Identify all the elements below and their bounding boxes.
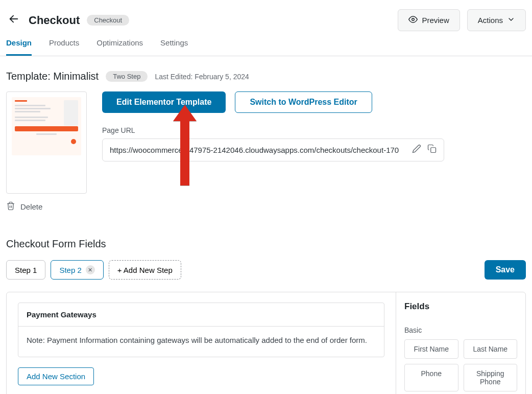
field-chip-first-name[interactable]: First Name [404, 339, 458, 359]
field-chip-last-name[interactable]: Last Name [464, 339, 518, 359]
svg-rect-4 [431, 148, 436, 153]
page-url-input[interactable] [110, 146, 406, 154]
remove-step-icon[interactable]: ✕ [86, 265, 95, 274]
save-button[interactable]: Save [485, 260, 526, 280]
actions-button[interactable]: Actions [467, 9, 526, 31]
fields-panel-title: Fields [404, 302, 517, 312]
tab-design[interactable]: Design [6, 38, 32, 56]
tab-products[interactable]: Products [49, 38, 79, 56]
tab-settings[interactable]: Settings [160, 38, 188, 56]
template-type-badge: Two Step [106, 71, 148, 82]
preview-button[interactable]: Preview [398, 9, 460, 31]
field-chip-shipping-phone[interactable]: Shipping Phone [464, 364, 518, 391]
chevron-down-icon [507, 15, 515, 25]
step-2-button[interactable]: Step 2 ✕ [51, 260, 103, 280]
actions-label: Actions [478, 16, 503, 25]
tabs-nav: Design Products Optimizations Settings [0, 38, 532, 56]
edit-url-button[interactable] [412, 144, 421, 156]
back-arrow-icon[interactable] [6, 13, 21, 28]
template-thumbnail[interactable] [6, 91, 87, 194]
svg-point-1 [412, 18, 415, 21]
delete-template-button[interactable]: Delete [6, 201, 87, 213]
edit-template-button[interactable]: Edit Elementor Template [102, 91, 226, 113]
copy-url-button[interactable] [427, 144, 437, 156]
page-url-label: Page URL [102, 126, 444, 134]
preview-label: Preview [422, 16, 449, 25]
eye-icon [408, 15, 418, 26]
last-edited: Last Edited: February 5, 2024 [155, 73, 249, 81]
switch-editor-button[interactable]: Switch to WordPress Editor [235, 91, 372, 113]
delete-label: Delete [20, 202, 42, 211]
template-title: Template: Minimalist [6, 71, 99, 82]
form-fields-section-title: Checkout Form Fields [6, 238, 526, 250]
fields-group-basic: Basic [404, 326, 517, 334]
page-type-badge: Checkout [87, 15, 129, 26]
add-step-button[interactable]: + Add New Step [109, 260, 181, 280]
tab-optimizations[interactable]: Optimizations [96, 38, 143, 56]
payment-gateways-box: Payment Gateways Note: Payment Informati… [18, 303, 384, 357]
field-chip-phone[interactable]: Phone [404, 364, 458, 391]
payment-gateways-heading: Payment Gateways [18, 303, 384, 327]
step-1-button[interactable]: Step 1 [6, 260, 45, 280]
page-title: Checkout [29, 14, 80, 27]
add-section-button[interactable]: Add New Section [18, 367, 94, 385]
page-url-field [102, 138, 444, 161]
trash-icon [6, 201, 15, 213]
payment-gateways-note: Note: Payment Information containing gat… [18, 327, 384, 357]
step-2-label: Step 2 [59, 266, 81, 274]
